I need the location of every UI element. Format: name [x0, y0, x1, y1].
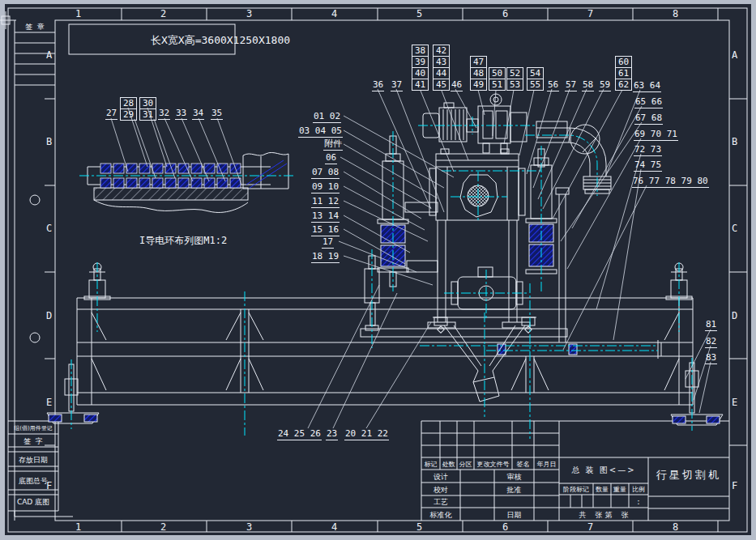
zone-label: 2 [160, 522, 166, 532]
callout-label: 74 75 [634, 160, 662, 172]
zone-label: 1 [75, 522, 81, 532]
callout-label: 474849 [470, 56, 487, 91]
callout-label: 72 73 [634, 145, 662, 156]
zone-label: 2 [160, 9, 166, 19]
callout-label: 27 [105, 108, 117, 120]
side-strip-header: 签 章 [16, 23, 53, 31]
side-strip-row-cad: CAD 底图 [9, 498, 58, 506]
callout-label: 57 [565, 80, 577, 91]
tb-date: 日期 [494, 511, 534, 519]
side-strip-row-register: 组(借)用件登记 [9, 424, 58, 432]
callout-label: 34 [192, 108, 204, 120]
callout-label: 35 [211, 108, 223, 120]
callout-label: 32 [158, 108, 170, 120]
tb-weight: 重量 [611, 486, 629, 494]
side-strip-row-sign: 签 字 [9, 437, 58, 445]
machine-frame [47, 263, 723, 425]
detail-ring-view [88, 152, 288, 212]
tb-sheet-note: 共 张 第 张 [559, 511, 648, 519]
callout-label: 42434445 [433, 45, 450, 91]
side-strip-row-storedate: 存放日期 [9, 456, 58, 464]
zone-label: 4 [331, 9, 337, 19]
tb-qty: 数量 [593, 486, 611, 494]
callout-label: 69 70 71 [634, 130, 678, 141]
callout-label: 3031 [139, 97, 156, 121]
size-note: 长X宽X高=3600X1250X1800 [151, 33, 290, 48]
callout-label: 58 [582, 80, 594, 91]
zone-label: 3 [246, 9, 252, 19]
callout-label: 5253 [506, 67, 523, 91]
tb-assembly-label: 总 装 图<—> [559, 466, 648, 474]
zone-label: 5 [416, 9, 422, 19]
tb-scale: 比例 [629, 486, 648, 494]
zone-label: C [732, 223, 737, 233]
callout-label: 01 02 [313, 112, 341, 123]
callout-label: 76 77 78 79 80 [632, 176, 709, 188]
tb-header-date: 年月日 [534, 461, 559, 469]
tb-header-mark: 标记 [421, 461, 440, 469]
zone-label: A [46, 50, 52, 60]
zone-label: 5 [416, 522, 422, 532]
tb-approve: 批准 [494, 486, 534, 494]
tb-check: 审核 [494, 473, 534, 481]
tb-scale-value: : [629, 498, 648, 506]
callout-label: 46 [451, 80, 463, 91]
leader-lines [111, 89, 711, 428]
callout-label: 20 21 22 [344, 429, 389, 440]
tb-header-signature: 签名 [512, 461, 534, 469]
zone-label: 1 [75, 9, 81, 19]
zone-label: 3 [246, 522, 252, 532]
callout-label: 81 [705, 320, 717, 331]
callout-label: 17 [322, 237, 334, 249]
callout-label: 5051 [489, 67, 506, 91]
callout-label: 5455 [527, 67, 544, 91]
callout-label: 36 [372, 80, 384, 91]
zone-label: 6 [502, 9, 508, 19]
detail-caption: I导电环布列图M1:2 [139, 234, 227, 248]
zone-label: 7 [587, 9, 593, 19]
zone-label: D [46, 311, 52, 321]
zone-label: 4 [331, 522, 337, 532]
centerlines [71, 117, 692, 439]
zone-label: 7 [587, 522, 593, 532]
tb-stage-mark: 阶段标记 [559, 486, 593, 494]
callout-label: 03 04 05 [298, 126, 343, 138]
callout-label: 18 19 [311, 252, 340, 263]
zone-label: B [732, 137, 737, 147]
zone-label: F [732, 481, 737, 491]
callout-label: 65 66 [634, 97, 663, 108]
zone-label: E [46, 398, 52, 407]
callout-label: 63 64 [633, 81, 661, 92]
callout-label: 37 [391, 80, 403, 91]
zone-label: A [732, 50, 737, 60]
zone-label: B [46, 137, 52, 147]
callout-label: 07 08 [311, 168, 340, 179]
zone-label: E [732, 398, 737, 407]
zone-label: 8 [673, 9, 678, 19]
callout-label: 38394041 [412, 45, 429, 91]
callout-label: 附件 [323, 139, 343, 151]
zone-label: 6 [502, 522, 508, 532]
callout-label: 67 68 [634, 113, 663, 125]
zone-label: D [732, 311, 737, 321]
callout-label: 13 14 [311, 211, 340, 223]
tb-header-zone: 分区 [457, 461, 474, 469]
tb-design: 设计 [421, 473, 460, 481]
callout-label: 83 [705, 353, 717, 364]
tb-standard: 标准化 [421, 511, 460, 519]
callout-label: 06 [325, 153, 337, 164]
callout-label: 33 [175, 108, 187, 120]
callout-label: 09 10 [311, 182, 340, 193]
callout-label: 15 16 [311, 225, 340, 236]
machine-body [361, 94, 611, 402]
callout-label: 23 [326, 429, 338, 440]
cad-sheet: 长X宽X高=3600X1250X1800 I导电环布列图M1:2 签 章 组(借… [0, 0, 756, 540]
callout-label: 82 [705, 337, 717, 348]
zone-label: C [46, 223, 52, 233]
callout-label: 59 [599, 80, 611, 91]
callout-label: 606162 [615, 56, 632, 91]
tb-product-name: 行星切割机 [648, 471, 729, 479]
side-strip [8, 20, 73, 521]
tb-header-changedoc: 更改文件号 [474, 461, 512, 469]
zone-label: F [46, 481, 52, 491]
